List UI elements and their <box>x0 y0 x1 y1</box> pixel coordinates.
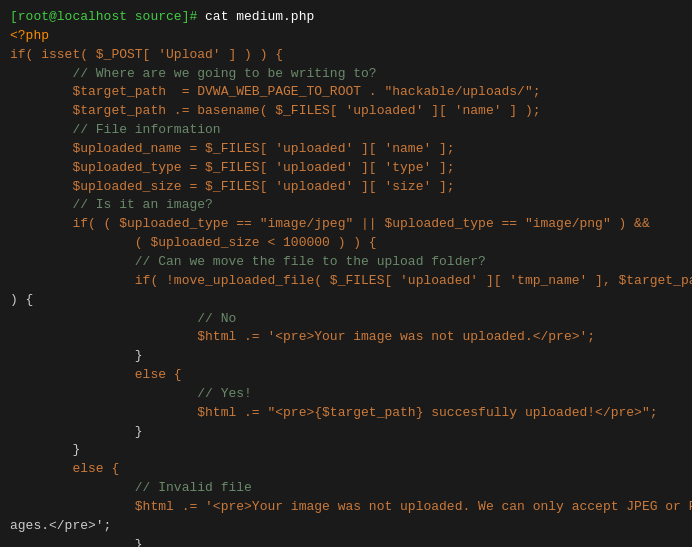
terminal: [root@localhost source]# cat medium.php<… <box>0 0 692 547</box>
